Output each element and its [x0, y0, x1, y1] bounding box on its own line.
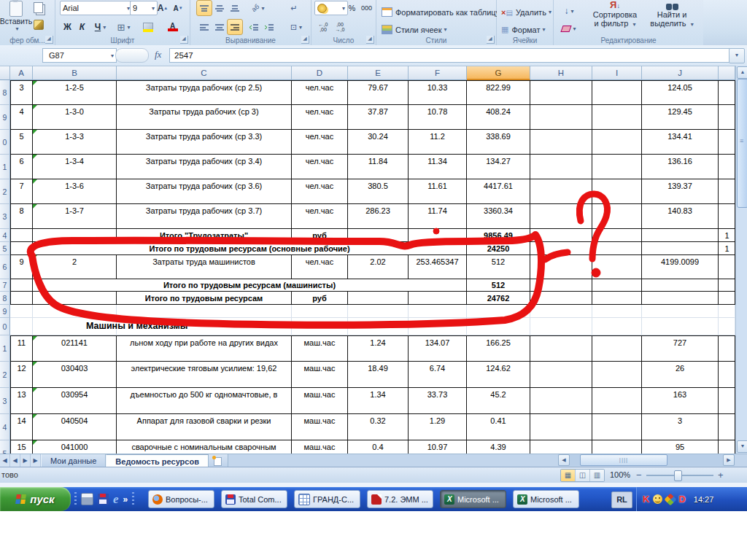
cell-d[interactable]: маш.час [292, 440, 348, 454]
cell-f[interactable]: 11.2 [409, 130, 467, 155]
scroll-up-icon[interactable]: ▲ [737, 66, 747, 79]
cell-j[interactable]: 163 [642, 388, 719, 414]
cell-a[interactable]: 6 [10, 155, 33, 179]
row-header[interactable]: 2 [0, 362, 10, 388]
cell-g[interactable]: 338.69 [467, 130, 530, 155]
sheet-tab-moi-dannye[interactable]: Мои данные [41, 454, 106, 467]
cell-b[interactable]: 041000 [33, 440, 117, 454]
cell-a[interactable]: 9 [10, 255, 33, 279]
row-header[interactable]: 2 [0, 179, 10, 204]
cell-h[interactable] [530, 335, 592, 362]
zoom-out-icon[interactable]: − [636, 470, 642, 481]
row-header[interactable]: 5 [0, 242, 10, 255]
cell-f[interactable]: 10.97 [409, 440, 467, 454]
find-select-button[interactable]: Найти ивыделить ▾ [646, 0, 698, 29]
cell-g[interactable]: 0.41 [467, 414, 530, 440]
cell-d[interactable]: руб [292, 229, 348, 242]
cell-e[interactable]: 1.34 [348, 388, 409, 414]
cell-i[interactable] [592, 335, 642, 362]
column-header-D[interactable]: D [292, 66, 348, 80]
row-header[interactable]: 1 [0, 155, 10, 179]
row-header[interactable]: 0 [0, 130, 10, 155]
cell-d[interactable]: чел.час [292, 255, 348, 279]
cell-i[interactable] [592, 388, 642, 414]
cell-g[interactable]: 134.27 [467, 155, 530, 179]
cell-e[interactable]: 286.23 [348, 204, 409, 229]
cell-d[interactable]: маш.час [292, 335, 348, 362]
align-right-button[interactable] [227, 19, 243, 35]
cell-d[interactable]: чел.час [292, 105, 348, 130]
cell-j[interactable]: 95 [642, 440, 719, 454]
zoom-level[interactable]: 100% [610, 470, 630, 479]
insert-function-button[interactable]: fx [155, 49, 161, 61]
row-header[interactable]: 3 [0, 388, 10, 414]
increase-decimal-button[interactable]: ←,0,00 [314, 19, 332, 35]
cell-i[interactable] [592, 229, 642, 242]
cell-g[interactable]: 4.39 [467, 440, 530, 454]
cell-a[interactable]: 15 [10, 440, 33, 454]
cell-g[interactable] [467, 318, 530, 335]
cell-j[interactable]: 124.05 [642, 80, 719, 105]
cell-k[interactable] [719, 155, 735, 179]
cell-g[interactable]: 166.25 [467, 335, 530, 362]
format-cells-button[interactable]: ▦ Формат▾ [501, 23, 546, 36]
increase-indent-button[interactable] [261, 19, 277, 35]
format-as-table-button[interactable]: Форматировать как таблицу▾ [382, 5, 505, 19]
cell-i[interactable] [592, 204, 642, 229]
align-center-button[interactable] [212, 19, 228, 35]
cell-h[interactable] [530, 414, 592, 440]
cell-k[interactable] [719, 305, 735, 318]
decrease-indent-button[interactable] [246, 19, 262, 35]
number-format-combobox[interactable]: ▾ [314, 1, 348, 15]
align-middle-button[interactable] [212, 0, 228, 16]
cell-c[interactable]: Затраты труда рабочих (ср 3.3) [117, 130, 292, 155]
cell-d[interactable] [292, 305, 348, 318]
cell-f[interactable]: 10.33 [409, 80, 467, 105]
normal-view-icon[interactable]: ▦ [561, 470, 576, 481]
cell-g[interactable]: 512 [467, 255, 530, 279]
name-box[interactable]: G87 ▾ [42, 48, 117, 63]
cell-f[interactable]: 10.78 [409, 105, 467, 130]
cell-merged-b-f[interactable]: Итого по трудовым ресурсам (машинисты) [33, 279, 467, 292]
cell-i[interactable] [592, 440, 642, 454]
cell-c[interactable]: дъемностью до 500 кг одномачтовые, в [117, 388, 292, 414]
cell-k[interactable] [719, 80, 735, 105]
horizontal-scrollbar[interactable]: ◀ |||| ▶ [558, 454, 735, 466]
cell-a[interactable] [10, 279, 33, 292]
align-bottom-button[interactable] [227, 0, 243, 16]
cell-i[interactable] [592, 242, 642, 255]
comma-style-button[interactable]: 000 [357, 0, 376, 16]
cell-g[interactable]: 24762 [467, 292, 530, 305]
cell-c[interactable]: Затраты труда машинистов [117, 255, 292, 279]
cell-j[interactable] [642, 292, 719, 305]
cell-styles-button[interactable]: Стили ячеек▾ [382, 23, 447, 36]
cell-h[interactable] [530, 440, 592, 454]
cell-h[interactable] [530, 318, 592, 335]
cell-b[interactable]: 1-3-3 [33, 130, 117, 155]
alignment-dialog-launcher-icon[interactable]: ◢ [301, 36, 309, 44]
messenger-tray-icon[interactable] [665, 493, 677, 505]
clear-button[interactable]: ▾ [558, 20, 580, 36]
expand-formula-bar-button[interactable]: ▾ [729, 48, 745, 63]
cell-f[interactable]: 11.74 [409, 204, 467, 229]
cell-h[interactable] [530, 388, 592, 414]
cell-e[interactable]: 11.84 [348, 155, 409, 179]
kaspersky-tray-icon[interactable]: K [643, 494, 649, 505]
cell-k[interactable] [719, 204, 735, 229]
cell-f[interactable]: 33.73 [409, 388, 467, 414]
cell-c[interactable]: Затраты труда рабочих (ср 3.6) [117, 179, 292, 204]
cell-e[interactable]: 18.49 [348, 362, 409, 388]
cell-b[interactable]: 1-2-5 [33, 80, 117, 105]
cell-h[interactable] [530, 362, 592, 388]
bold-button[interactable]: Ж [60, 19, 75, 35]
cell-e[interactable]: 0.32 [348, 414, 409, 440]
cell-h[interactable] [530, 204, 592, 229]
cell-b[interactable] [33, 229, 117, 242]
scroll-left-icon[interactable]: ◀ [558, 454, 570, 466]
italic-button[interactable]: К [74, 19, 90, 35]
column-header-J[interactable]: J [642, 66, 719, 80]
clipboard-dialog-launcher-icon[interactable]: ◢ [45, 36, 53, 44]
row-header[interactable]: 4 [0, 229, 10, 242]
cell-b[interactable]: 021141 [33, 335, 117, 362]
cell-d[interactable]: чел.час [292, 204, 348, 229]
